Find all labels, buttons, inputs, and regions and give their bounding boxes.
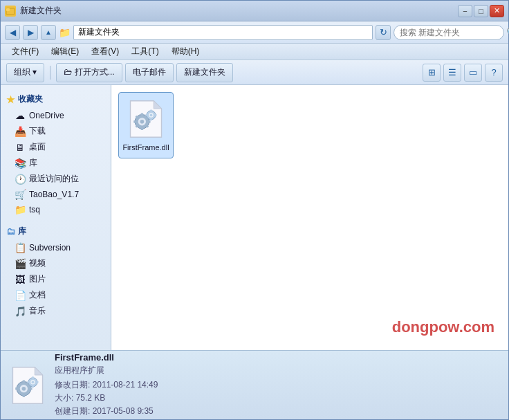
svg-rect-7 — [141, 113, 144, 116]
svg-point-17 — [150, 114, 153, 117]
open-with-button[interactable]: 🗁 打开方式... — [56, 63, 122, 82]
svg-rect-20 — [146, 114, 148, 116]
status-info: FirstFrame.dll 应用程序扩展 修改日期: 2011-08-21 1… — [55, 352, 158, 419]
view-details-button[interactable]: ☰ — [443, 64, 461, 82]
music-icon: 🎵 — [15, 306, 26, 317]
svg-marker-23 — [35, 367, 42, 374]
help-button[interactable]: ? — [485, 64, 503, 82]
svg-rect-21 — [155, 114, 157, 116]
star-icon: ★ — [6, 94, 15, 105]
file-view[interactable]: FirstFrame.dll dongpow.com — [111, 85, 508, 350]
email-button[interactable]: 电子邮件 — [125, 63, 174, 82]
sidebar-item-video[interactable]: 🎬 视频 — [1, 255, 111, 271]
menu-bar: 文件(F) 编辑(E) 查看(V) 工具(T) 帮助(H) — [1, 44, 508, 60]
toolbar-right: ⊞ ☰ ▭ ? — [423, 64, 503, 82]
menu-tools[interactable]: 工具(T) — [126, 44, 164, 59]
svg-rect-27 — [23, 380, 26, 383]
svg-rect-36 — [28, 381, 30, 383]
status-size: 大小: 75.2 KB — [55, 392, 158, 405]
status-file-icon — [9, 365, 46, 406]
tsq-icon: 📁 — [15, 204, 26, 215]
forward-button[interactable]: ▶ — [23, 25, 38, 40]
sidebar-item-tsq[interactable]: 📁 tsq — [1, 202, 111, 217]
new-folder-button[interactable]: 新建文件夹 — [176, 63, 233, 82]
sidebar-label-downloads: 下载 — [29, 125, 46, 137]
up-button[interactable]: ▲ — [41, 25, 56, 40]
sidebar-item-pictures[interactable]: 🖼 图片 — [1, 271, 111, 287]
sidebar-item-downloads[interactable]: 📥 下载 — [1, 123, 111, 139]
docs-icon: 📄 — [15, 290, 26, 301]
library-section: 🗂 库 📋 Subversion 🎬 视频 🖼 图片 📄 文档 — [1, 223, 111, 319]
sidebar-item-recent[interactable]: 🕐 最近访问的位 — [1, 171, 111, 187]
organize-button[interactable]: 组织 ▾ — [6, 63, 44, 82]
file-item-firstframe[interactable]: FirstFrame.dll — [118, 92, 174, 158]
taobao-icon: 🛒 — [15, 189, 26, 200]
sidebar-label-docs: 文档 — [29, 289, 46, 301]
window-title: 新建文件夹 — [20, 5, 62, 17]
view-toggle-button[interactable]: ⊞ — [423, 64, 441, 82]
window: 新建文件夹 − □ ✕ ◀ ▶ ▲ 📁 ↻ 🔍 文件(F) 编辑(E) 查看(V… — [0, 0, 509, 420]
status-type: 应用程序扩展 — [55, 365, 158, 376]
menu-help[interactable]: 帮助(H) — [166, 44, 205, 59]
title-bar: 新建文件夹 − □ ✕ — [1, 1, 508, 21]
sidebar-item-subversion[interactable]: 📋 Subversion — [1, 240, 111, 255]
sidebar-label-onedrive: OneDrive — [29, 111, 64, 120]
main-content: ★ 收藏夹 ☁ OneDrive 📥 下载 🖥 桌面 📚 库 — [1, 85, 508, 350]
sidebar-label-recent: 最近访问的位 — [29, 173, 79, 185]
sidebar-item-onedrive[interactable]: ☁ OneDrive — [1, 108, 111, 123]
refresh-button[interactable]: ↻ — [376, 25, 391, 40]
toolbar-separator — [50, 66, 50, 80]
sidebar-item-music[interactable]: 🎵 音乐 — [1, 303, 111, 319]
maximize-button[interactable]: □ — [474, 5, 488, 17]
status-filename: FirstFrame.dll — [55, 352, 158, 363]
sidebar-label-pictures: 图片 — [29, 273, 46, 285]
svg-rect-34 — [32, 376, 34, 378]
file-name-label: FirstFrame.dll — [122, 143, 169, 152]
menu-edit[interactable]: 编辑(E) — [46, 44, 84, 59]
close-button[interactable]: ✕ — [490, 5, 504, 17]
svg-rect-19 — [150, 119, 152, 121]
svg-rect-1 — [6, 8, 10, 11]
recent-icon: 🕐 — [15, 174, 26, 185]
favorites-header[interactable]: ★ 收藏夹 — [1, 91, 111, 108]
pictures-icon: 🖼 — [15, 274, 26, 285]
svg-point-33 — [32, 381, 35, 383]
address-input[interactable] — [73, 25, 373, 40]
svg-rect-35 — [32, 385, 34, 387]
svg-rect-8 — [141, 127, 144, 130]
svg-rect-29 — [15, 387, 18, 390]
address-bar: ◀ ▶ ▲ 📁 ↻ 🔍 — [1, 21, 508, 44]
menu-view[interactable]: 查看(V) — [86, 44, 124, 59]
status-created: 创建日期: 2017-05-08 9:35 — [55, 405, 158, 418]
onedrive-icon: ☁ — [15, 110, 26, 121]
sidebar-item-docs[interactable]: 📄 文档 — [1, 287, 111, 303]
title-buttons: − □ ✕ — [458, 5, 504, 17]
sidebar-label-library: 库 — [29, 157, 37, 169]
sidebar-label-music: 音乐 — [29, 305, 46, 317]
video-icon: 🎬 — [15, 258, 26, 269]
minimize-button[interactable]: − — [458, 5, 472, 17]
svg-point-26 — [22, 386, 26, 390]
search-input[interactable] — [400, 28, 503, 37]
svg-rect-9 — [133, 120, 136, 123]
svg-rect-37 — [37, 381, 39, 383]
sidebar: ★ 收藏夹 ☁ OneDrive 📥 下载 🖥 桌面 📚 库 — [1, 85, 111, 350]
search-icon[interactable]: 🔍 — [506, 27, 509, 37]
favorites-label: 收藏夹 — [18, 93, 43, 105]
svg-rect-18 — [150, 109, 152, 111]
subversion-icon: 📋 — [15, 242, 26, 253]
sidebar-item-taobao[interactable]: 🛒 TaoBao_V1.7 — [1, 187, 111, 202]
view-preview-button[interactable]: ▭ — [464, 64, 482, 82]
title-bar-left: 新建文件夹 — [5, 5, 62, 17]
sidebar-item-desktop[interactable]: 🖥 桌面 — [1, 139, 111, 155]
dll-file-icon — [127, 98, 165, 140]
sidebar-label-subversion: Subversion — [29, 243, 71, 253]
menu-file[interactable]: 文件(F) — [6, 44, 44, 59]
back-button[interactable]: ◀ — [5, 25, 20, 40]
address-folder-icon: 📁 — [59, 27, 71, 38]
library-header[interactable]: 🗂 库 — [1, 223, 111, 240]
favorites-section: ★ 收藏夹 ☁ OneDrive 📥 下载 🖥 桌面 📚 库 — [1, 91, 111, 217]
svg-rect-28 — [23, 394, 26, 397]
svg-point-6 — [140, 120, 145, 124]
sidebar-item-library[interactable]: 📚 库 — [1, 155, 111, 171]
